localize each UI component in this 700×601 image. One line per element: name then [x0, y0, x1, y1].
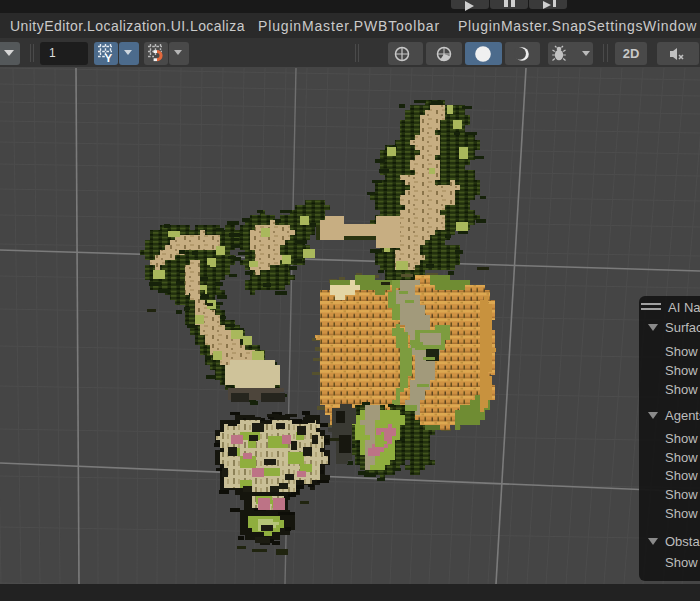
svg-text:Y: Y: [105, 52, 113, 63]
